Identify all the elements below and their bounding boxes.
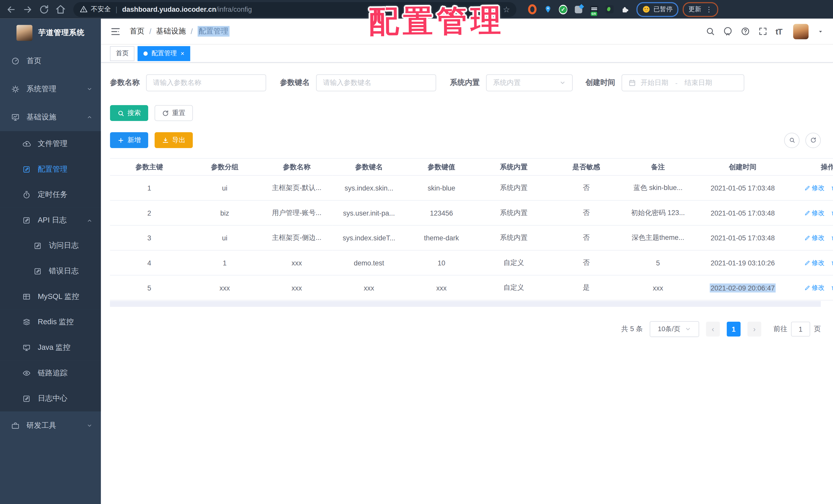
- cell: 深色主题theme...: [623, 225, 693, 250]
- edit-link[interactable]: 修改: [804, 183, 825, 192]
- page-size-select[interactable]: 10条/页: [650, 321, 699, 337]
- date-range-picker[interactable]: 开始日期 - 结束日期: [622, 74, 744, 91]
- sidebar-item-label: 基础设施: [27, 112, 56, 122]
- pencil-icon: [804, 285, 810, 291]
- cell: 5: [110, 275, 189, 300]
- cell: ui: [189, 175, 261, 200]
- builtin-select[interactable]: 系统内置: [486, 74, 572, 91]
- sidebar-item-9[interactable]: MySQL 监控: [0, 284, 101, 310]
- breadcrumb-infra[interactable]: 基础设施: [156, 27, 186, 36]
- column-header-8: 创建时间: [693, 158, 792, 175]
- cn-translate-extension-icon[interactable]: cn: [590, 5, 598, 14]
- gear-icon: [11, 85, 20, 93]
- github-icon[interactable]: [723, 27, 733, 36]
- delete-link[interactable]: 删除: [831, 183, 833, 192]
- tab-home[interactable]: 首页: [110, 46, 134, 61]
- search-button[interactable]: 搜索: [110, 105, 148, 121]
- extensions-puzzle-icon[interactable]: [621, 5, 629, 14]
- sidebar-item-5[interactable]: 定时任务: [0, 182, 101, 208]
- sidebar-item-4[interactable]: 配置管理: [0, 156, 101, 182]
- cell: 4: [110, 250, 189, 275]
- prev-page-button[interactable]: ‹: [706, 322, 720, 336]
- sidebar-item-6[interactable]: API 日志: [0, 208, 101, 233]
- edit-link[interactable]: 修改: [804, 233, 825, 242]
- monkey-extension-icon[interactable]: [605, 5, 614, 14]
- sidebar-item-10[interactable]: Redis 监控: [0, 309, 101, 335]
- cell: 1: [110, 175, 189, 200]
- sidebar-item-3[interactable]: 文件管理: [0, 131, 101, 157]
- sidebar-fold-icon[interactable]: [111, 26, 121, 36]
- user-avatar[interactable]: [793, 24, 808, 39]
- green-check-extension-icon[interactable]: ✓: [559, 5, 567, 14]
- gray-diamond-extension-icon[interactable]: [574, 5, 583, 14]
- sidebar-item-2[interactable]: 基础设施: [0, 103, 101, 131]
- edit-link[interactable]: 修改: [804, 283, 825, 292]
- delete-link[interactable]: 删除: [831, 233, 833, 242]
- cell: 初始化密码 123...: [623, 200, 693, 226]
- sidebar-item-8[interactable]: 错误日志: [0, 258, 101, 284]
- cell: 否: [550, 250, 623, 275]
- font-size-icon[interactable]: tT: [776, 27, 782, 36]
- search-icon[interactable]: [705, 27, 715, 36]
- reload-icon[interactable]: [39, 4, 50, 15]
- fullscreen-icon[interactable]: [758, 27, 767, 36]
- paused-badge[interactable]: 已暂停: [637, 2, 679, 17]
- not-secure-warning-icon[interactable]: [79, 5, 88, 13]
- current-page-button[interactable]: 1: [727, 322, 741, 336]
- orange-ring-extension-icon[interactable]: [528, 5, 537, 14]
- back-icon[interactable]: [6, 4, 17, 15]
- cell: xxx: [623, 275, 693, 300]
- param-key-input[interactable]: 请输入参数键名: [316, 74, 436, 91]
- update-button[interactable]: 更新 ⋮: [683, 2, 718, 17]
- app-logo-image: [16, 25, 32, 41]
- app-logo-block[interactable]: 芋道管理系统: [0, 19, 101, 47]
- add-button[interactable]: 新增: [110, 132, 148, 148]
- sidebar-item-13[interactable]: 日志中心: [0, 386, 101, 411]
- cell: 2021-01-05 17:03:48: [693, 200, 792, 226]
- table-scrollbar-track[interactable]: [110, 301, 821, 307]
- delete-link[interactable]: 删除: [831, 283, 833, 292]
- delete-link[interactable]: 删除: [831, 258, 833, 267]
- tab-close-icon[interactable]: ×: [181, 50, 185, 56]
- sidebar-item-0[interactable]: 首页: [0, 47, 101, 75]
- cell: 10: [405, 250, 478, 275]
- trash-icon: [831, 260, 833, 266]
- cell: 5: [623, 250, 693, 275]
- param-name-input[interactable]: 请输入参数名称: [146, 74, 266, 91]
- pin-extension-icon[interactable]: [544, 5, 552, 14]
- trash-icon: [831, 185, 833, 191]
- help-icon[interactable]: [740, 27, 750, 36]
- export-button[interactable]: 导出: [154, 132, 193, 148]
- reset-button[interactable]: 重置: [154, 105, 193, 121]
- browser-menu-icon[interactable]: ⋮: [706, 5, 712, 13]
- sidebar-item-14[interactable]: 研发工具: [0, 411, 101, 439]
- table-row: 1ui主框架页-默认...sys.index.skin...skin-blue系…: [110, 175, 833, 200]
- tab-config[interactable]: 配置管理 ×: [138, 46, 190, 61]
- delete-link[interactable]: 删除: [831, 208, 833, 217]
- forward-icon[interactable]: [22, 4, 33, 15]
- pencil-icon: [804, 185, 810, 191]
- active-tab-dot: [143, 51, 148, 55]
- tag-view-tabs: 首页 配置管理 ×: [101, 45, 833, 62]
- sidebar-item-11[interactable]: Java 监控: [0, 335, 101, 360]
- home-icon[interactable]: [55, 4, 66, 15]
- column-header-5: 系统内置: [478, 158, 550, 175]
- cell: 否: [550, 225, 623, 250]
- row-actions: 修改删除: [792, 225, 833, 250]
- sidebar-item-label: 文件管理: [38, 139, 67, 149]
- next-page-button[interactable]: ›: [747, 322, 761, 336]
- refresh-table-button[interactable]: [805, 132, 821, 148]
- total-count: 共 5 条: [621, 324, 643, 334]
- hide-search-button[interactable]: [784, 132, 800, 148]
- avatar-caret-icon[interactable]: [818, 28, 824, 34]
- sidebar-item-12[interactable]: 链路追踪: [0, 360, 101, 386]
- edit-link[interactable]: 修改: [804, 258, 825, 267]
- breadcrumb-home[interactable]: 首页: [130, 27, 145, 36]
- column-header-6: 是否敏感: [550, 158, 623, 175]
- trash-icon: [831, 285, 833, 291]
- sidebar-item-1[interactable]: 系统管理: [0, 75, 101, 103]
- sidebar-item-7[interactable]: 访问日志: [0, 233, 101, 258]
- goto-page-input[interactable]: 1: [791, 322, 810, 336]
- edit-link[interactable]: 修改: [804, 208, 825, 217]
- refresh-icon: [162, 110, 169, 117]
